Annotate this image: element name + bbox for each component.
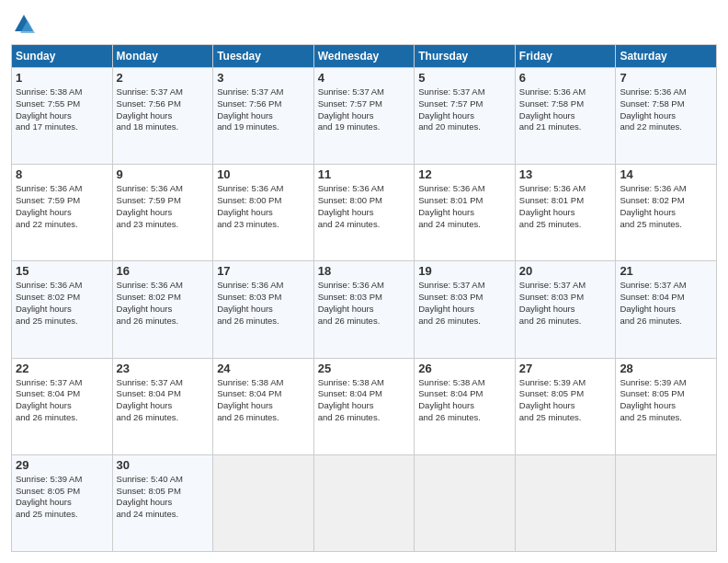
logo-icon bbox=[11, 11, 37, 37]
day-info: Sunrise: 5:39 AMSunset: 8:05 PMDaylight … bbox=[519, 377, 612, 424]
calendar-cell: 2Sunrise: 5:37 AMSunset: 7:56 PMDaylight… bbox=[112, 68, 213, 165]
calendar-cell: 3Sunrise: 5:37 AMSunset: 7:56 PMDaylight… bbox=[213, 68, 314, 165]
day-number: 19 bbox=[418, 264, 511, 278]
day-info: Sunrise: 5:39 AMSunset: 8:05 PMDaylight … bbox=[620, 377, 712, 424]
weekday-thursday: Thursday bbox=[415, 45, 516, 68]
calendar-cell: 6Sunrise: 5:36 AMSunset: 7:58 PMDaylight… bbox=[515, 68, 616, 165]
day-number: 11 bbox=[318, 167, 411, 181]
day-number: 3 bbox=[217, 71, 310, 85]
day-number: 26 bbox=[418, 362, 511, 375]
day-info: Sunrise: 5:37 AMSunset: 8:03 PMDaylight … bbox=[418, 280, 511, 327]
calendar-cell bbox=[213, 454, 314, 551]
day-number: 13 bbox=[519, 167, 612, 181]
calendar-cell bbox=[515, 454, 616, 551]
day-number: 5 bbox=[418, 71, 511, 85]
calendar-cell: 26Sunrise: 5:38 AMSunset: 8:04 PMDayligh… bbox=[415, 358, 516, 454]
weekday-monday: Monday bbox=[112, 45, 213, 68]
day-info: Sunrise: 5:37 AMSunset: 8:04 PMDaylight … bbox=[620, 280, 712, 327]
calendar-cell: 9Sunrise: 5:36 AMSunset: 7:59 PMDaylight… bbox=[112, 165, 213, 261]
calendar-cell: 10Sunrise: 5:36 AMSunset: 8:00 PMDayligh… bbox=[213, 165, 314, 261]
calendar-cell: 20Sunrise: 5:37 AMSunset: 8:03 PMDayligh… bbox=[515, 261, 616, 358]
calendar-cell: 27Sunrise: 5:39 AMSunset: 8:05 PMDayligh… bbox=[515, 358, 616, 454]
weekday-friday: Friday bbox=[515, 45, 616, 68]
day-number: 4 bbox=[318, 71, 411, 85]
calendar-cell: 22Sunrise: 5:37 AMSunset: 8:04 PMDayligh… bbox=[12, 358, 113, 454]
day-info: Sunrise: 5:37 AMSunset: 7:57 PMDaylight … bbox=[318, 86, 411, 133]
day-info: Sunrise: 5:37 AMSunset: 7:56 PMDaylight … bbox=[217, 86, 310, 133]
calendar-cell: 4Sunrise: 5:37 AMSunset: 7:57 PMDaylight… bbox=[313, 68, 415, 165]
day-info: Sunrise: 5:37 AMSunset: 8:03 PMDaylight … bbox=[519, 280, 612, 327]
calendar-cell bbox=[415, 454, 516, 551]
weekday-saturday: Saturday bbox=[616, 45, 717, 68]
day-info: Sunrise: 5:36 AMSunset: 8:01 PMDaylight … bbox=[519, 183, 612, 230]
calendar-cell: 13Sunrise: 5:36 AMSunset: 8:01 PMDayligh… bbox=[515, 165, 616, 261]
day-number: 2 bbox=[117, 71, 210, 85]
calendar-cell: 24Sunrise: 5:38 AMSunset: 8:04 PMDayligh… bbox=[213, 358, 314, 454]
calendar-cell: 5Sunrise: 5:37 AMSunset: 7:57 PMDaylight… bbox=[415, 68, 516, 165]
day-number: 29 bbox=[16, 458, 108, 472]
calendar-table: SundayMondayTuesdayWednesdayThursdayFrid… bbox=[11, 44, 717, 552]
day-number: 7 bbox=[620, 71, 712, 85]
day-info: Sunrise: 5:36 AMSunset: 8:00 PMDaylight … bbox=[318, 183, 411, 230]
day-number: 15 bbox=[16, 264, 108, 278]
day-info: Sunrise: 5:37 AMSunset: 7:57 PMDaylight … bbox=[418, 86, 511, 133]
calendar-cell: 21Sunrise: 5:37 AMSunset: 8:04 PMDayligh… bbox=[616, 261, 717, 358]
calendar-cell: 8Sunrise: 5:36 AMSunset: 7:59 PMDaylight… bbox=[12, 165, 113, 261]
calendar-cell: 1Sunrise: 5:38 AMSunset: 7:55 PMDaylight… bbox=[12, 68, 113, 165]
day-info: Sunrise: 5:38 AMSunset: 8:04 PMDaylight … bbox=[418, 377, 511, 424]
day-info: Sunrise: 5:37 AMSunset: 8:04 PMDaylight … bbox=[117, 377, 210, 424]
day-number: 25 bbox=[318, 362, 411, 375]
day-info: Sunrise: 5:40 AMSunset: 8:05 PMDaylight … bbox=[117, 474, 210, 521]
day-info: Sunrise: 5:36 AMSunset: 8:01 PMDaylight … bbox=[418, 183, 511, 230]
day-number: 9 bbox=[117, 167, 210, 181]
weekday-tuesday: Tuesday bbox=[213, 45, 314, 68]
day-info: Sunrise: 5:36 AMSunset: 8:02 PMDaylight … bbox=[16, 280, 108, 327]
calendar-week-row: 22Sunrise: 5:37 AMSunset: 8:04 PMDayligh… bbox=[12, 358, 717, 454]
calendar-cell: 19Sunrise: 5:37 AMSunset: 8:03 PMDayligh… bbox=[415, 261, 516, 358]
day-number: 20 bbox=[519, 264, 612, 278]
day-info: Sunrise: 5:37 AMSunset: 7:56 PMDaylight … bbox=[117, 86, 210, 133]
calendar-week-row: 8Sunrise: 5:36 AMSunset: 7:59 PMDaylight… bbox=[12, 165, 717, 261]
day-number: 22 bbox=[16, 362, 108, 375]
calendar-week-row: 29Sunrise: 5:39 AMSunset: 8:05 PMDayligh… bbox=[12, 454, 717, 551]
calendar-week-row: 15Sunrise: 5:36 AMSunset: 8:02 PMDayligh… bbox=[12, 261, 717, 358]
day-number: 17 bbox=[217, 264, 310, 278]
day-number: 16 bbox=[117, 264, 210, 278]
day-info: Sunrise: 5:36 AMSunset: 8:03 PMDaylight … bbox=[217, 280, 310, 327]
calendar-header bbox=[11, 11, 717, 37]
day-number: 28 bbox=[620, 362, 712, 375]
day-number: 8 bbox=[16, 167, 108, 181]
calendar-cell: 28Sunrise: 5:39 AMSunset: 8:05 PMDayligh… bbox=[616, 358, 717, 454]
calendar-cell bbox=[313, 454, 415, 551]
calendar-cell: 17Sunrise: 5:36 AMSunset: 8:03 PMDayligh… bbox=[213, 261, 314, 358]
calendar-cell: 23Sunrise: 5:37 AMSunset: 8:04 PMDayligh… bbox=[112, 358, 213, 454]
day-number: 14 bbox=[620, 167, 712, 181]
day-number: 12 bbox=[418, 167, 511, 181]
day-info: Sunrise: 5:38 AMSunset: 8:04 PMDaylight … bbox=[217, 377, 310, 424]
calendar-week-row: 1Sunrise: 5:38 AMSunset: 7:55 PMDaylight… bbox=[12, 68, 717, 165]
day-info: Sunrise: 5:36 AMSunset: 8:02 PMDaylight … bbox=[620, 183, 712, 230]
day-info: Sunrise: 5:38 AMSunset: 8:04 PMDaylight … bbox=[318, 377, 411, 424]
calendar-cell: 25Sunrise: 5:38 AMSunset: 8:04 PMDayligh… bbox=[313, 358, 415, 454]
day-number: 6 bbox=[519, 71, 612, 85]
day-info: Sunrise: 5:39 AMSunset: 8:05 PMDaylight … bbox=[16, 474, 108, 521]
day-info: Sunrise: 5:36 AMSunset: 7:59 PMDaylight … bbox=[117, 183, 210, 230]
weekday-header-row: SundayMondayTuesdayWednesdayThursdayFrid… bbox=[12, 45, 717, 68]
calendar-cell: 16Sunrise: 5:36 AMSunset: 8:02 PMDayligh… bbox=[112, 261, 213, 358]
day-info: Sunrise: 5:36 AMSunset: 8:03 PMDaylight … bbox=[318, 280, 411, 327]
day-number: 23 bbox=[117, 362, 210, 375]
day-number: 30 bbox=[117, 458, 210, 472]
day-info: Sunrise: 5:36 AMSunset: 8:02 PMDaylight … bbox=[117, 280, 210, 327]
day-info: Sunrise: 5:36 AMSunset: 8:00 PMDaylight … bbox=[217, 183, 310, 230]
calendar-cell: 14Sunrise: 5:36 AMSunset: 8:02 PMDayligh… bbox=[616, 165, 717, 261]
calendar-cell: 12Sunrise: 5:36 AMSunset: 8:01 PMDayligh… bbox=[415, 165, 516, 261]
day-number: 1 bbox=[16, 71, 108, 85]
calendar-cell bbox=[616, 454, 717, 551]
calendar-cell: 18Sunrise: 5:36 AMSunset: 8:03 PMDayligh… bbox=[313, 261, 415, 358]
day-number: 18 bbox=[318, 264, 411, 278]
weekday-wednesday: Wednesday bbox=[313, 45, 415, 68]
day-number: 21 bbox=[620, 264, 712, 278]
calendar-cell: 29Sunrise: 5:39 AMSunset: 8:05 PMDayligh… bbox=[12, 454, 113, 551]
calendar-cell: 15Sunrise: 5:36 AMSunset: 8:02 PMDayligh… bbox=[12, 261, 113, 358]
day-info: Sunrise: 5:37 AMSunset: 8:04 PMDaylight … bbox=[16, 377, 108, 424]
